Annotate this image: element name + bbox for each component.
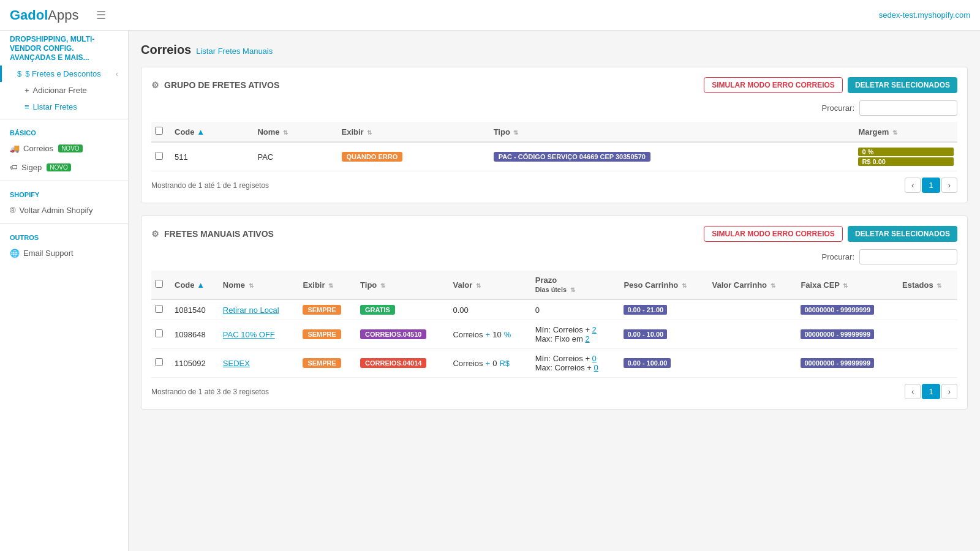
nome-link-1[interactable]: Retirar no Local [223,305,279,315]
sidebar-item-adicionar-frete[interactable]: + Adicionar Frete [0,82,128,99]
manual-page-1[interactable]: 1 [922,384,940,399]
manual-row-exibir-1: SEMPRE [299,299,356,320]
manual-row-checkbox-2[interactable] [155,329,163,337]
tipo-correios-2: CORREIOS.04014 [360,358,426,368]
table-row: 1105092 SEDEX SEMPRE CORREIOS.04014 Corr… [151,349,957,378]
group-page-1[interactable]: 1 [922,178,940,193]
manual-page-next[interactable]: › [941,384,957,399]
delete-selected-button-1[interactable]: DELETAR SELECIONADOS [848,77,957,93]
prazo-max-3: Max: Correios + 0 [535,363,617,372]
group-search-row: Procurar: [151,100,957,116]
prazo-max-val-3[interactable]: 0 [594,363,598,372]
manual-row-nome-2: PAC 10% OFF [219,320,300,349]
voltar-admin-label: Voltar Admin Shopify [20,206,93,215]
group-card-title: ⚙ GRUPO DE FRETES ATIVOS [151,80,279,90]
valor-unit-3[interactable]: R$ [499,359,510,368]
group-col-nome: Nome ⇅ [254,122,337,142]
peso-range-2: 0.00 - 10.00 [624,329,667,339]
sort-icon-cep: ⇅ [843,282,848,289]
logo-gadol: Gadol [10,7,48,23]
nome-link-2[interactable]: PAC 10% OFF [223,330,275,339]
sort-icon-peso: ⇅ [682,282,687,289]
manual-page-prev[interactable]: ‹ [905,384,921,399]
sigep-label: Sigep [21,163,42,172]
app-wrapper: GadolApps ☰ sedex-test.myshopify.com DRO… [0,0,980,551]
manual-row-valor-3: Correios + 0 R$ [449,349,531,378]
manual-pagination-row: Mostrando de 1 até 3 de 3 regisetos ‹ 1 … [151,384,957,399]
manual-search-input[interactable] [859,249,957,264]
simulate-error-button-1[interactable]: SIMULAR MODO ERRO CORREIOS [704,77,843,93]
sort-icon-estados: ⇅ [937,282,941,289]
sort-asc-icon: ▲ [197,127,205,137]
sidebar-item-correios[interactable]: 🚚 Correios NOVO [0,139,128,158]
manual-table-body: 1081540 Retirar no Local SEMPRE GRATIS 0… [151,299,957,378]
manual-col-valor-carrinho: Valor Carrinho ⇅ [708,271,797,299]
manual-card-actions: SIMULAR MODO ERRO CORREIOS DELETAR SELEC… [704,226,957,242]
cep-range-3: 00000000 - 99999999 [801,358,874,368]
exibir-sempre-3: SEMPRE [303,358,341,368]
prazo-min-val-2[interactable]: 2 [592,325,597,334]
sigep-badge: NOVO [47,163,70,171]
valor-num-3: 0 [492,359,497,368]
table-row: 1098648 PAC 10% OFF SEMPRE CORREIOS.0451… [151,320,957,349]
manual-col-tipo: Tipo ⇅ [356,271,449,299]
group-card-header: ⚙ GRUPO DE FRETES ATIVOS SIMULAR MODO ER… [151,77,957,93]
group-select-all-checkbox[interactable] [155,127,163,135]
prazo-min-val-3[interactable]: 0 [592,354,597,363]
valor-plus-2[interactable]: + [486,330,491,339]
delete-selected-button-2[interactable]: DELETAR SELECIONADOS [848,226,957,242]
sidebar-parent-dropshipping[interactable]: DROPSHIPPING, MULTI-VENDOR CONFIG. AVANÇ… [0,31,128,66]
page-breadcrumb[interactable]: Listar Fretes Manuais [196,47,273,56]
dollar-icon: $ [17,69,21,78]
manual-row-peso-1: 0.00 - 21.00 [620,299,708,320]
group-page-prev[interactable]: ‹ [905,178,921,193]
sort-icon-tipo: ⇅ [513,129,518,136]
manual-section-card: ⚙ FRETES MANUAIS ATIVOS SIMULAR MODO ERR… [141,216,968,410]
prazo-max-val-2[interactable]: 2 [585,334,589,343]
sidebar-section-shopify: SHOPIFY [0,185,128,201]
group-page-next[interactable]: › [941,178,957,193]
group-search-input[interactable] [859,100,957,116]
manual-row-valor-1: 0.00 [449,299,531,320]
manual-select-all-checkbox[interactable] [155,280,163,288]
manual-row-vc-1 [708,299,797,320]
manual-row-exibir-3: SEMPRE [299,349,356,378]
sidebar-item-listar-fretes[interactable]: ≡ Listar Fretes [0,99,128,115]
manual-row-checkbox-1[interactable] [155,305,163,313]
manual-row-tipo-2: CORREIOS.04510 [356,320,449,349]
group-section-card: ⚙ GRUPO DE FRETES ATIVOS SIMULAR MODO ER… [141,67,968,203]
group-row-nome-1: PAC [254,142,337,171]
group-row-tipo-1: PAC - CÓDIGO SERVIÇO 04669 CEP 30350570 [490,142,855,171]
sort-icon-tipo-m: ⇅ [380,282,385,289]
manual-row-checkbox-3[interactable] [155,358,163,366]
nome-link-3[interactable]: SEDEX [223,359,250,368]
manual-row-tipo-3: CORREIOS.04014 [356,349,449,378]
prazo-min-2: Mín: Correios + 2 [535,325,617,334]
sidebar: DROPSHIPPING, MULTI-VENDOR CONFIG. AVANÇ… [0,31,129,551]
valor-plus-3[interactable]: + [486,359,491,368]
prazo-max-2: Max: Fixo em 2 [535,334,617,343]
adicionar-frete-label: Adicionar Frete [33,86,87,95]
sidebar-item-email-support[interactable]: 🌐 Email Support [0,244,128,263]
plus-icon: + [24,86,29,95]
group-table: Code ▲ Nome ⇅ Exibir ⇅ Tipo ⇅ Margem ⇅ 5… [151,122,957,171]
group-row-checkbox-1[interactable] [155,152,163,160]
tag-icon: 🏷 [10,163,18,172]
simulate-error-button-2[interactable]: SIMULAR MODO ERRO CORREIOS [704,226,843,242]
manual-search-label: Procurar: [822,252,854,261]
sort-icon-nome-m: ⇅ [249,282,254,289]
cep-range-2: 00000000 - 99999999 [801,329,874,339]
main-layout: DROPSHIPPING, MULTI-VENDOR CONFIG. AVANÇ… [0,31,980,551]
hamburger-icon[interactable]: ☰ [96,9,106,22]
valor-unit-2[interactable]: % [504,330,511,339]
shop-url: sedex-test.myshopify.com [879,10,970,20]
correios-badge: NOVO [58,144,82,152]
manual-col-valor: Valor ⇅ [449,271,531,299]
group-pagination-row: Mostrando de 1 até 1 de 1 regisetos ‹ 1 … [151,178,957,193]
sidebar-item-voltar-admin[interactable]: ® Voltar Admin Shopify [0,201,128,220]
sidebar-item-fretes-descontos[interactable]: $ $ Fretes e Descontos ‹ [0,66,128,82]
manual-row-code-2: 1098648 [171,320,219,349]
sidebar-item-sigep[interactable]: 🏷 Sigep NOVO [0,158,128,177]
manual-col-faixa-cep: Faixa CEP ⇅ [797,271,899,299]
manual-row-prazo-1: 0 [532,299,620,320]
